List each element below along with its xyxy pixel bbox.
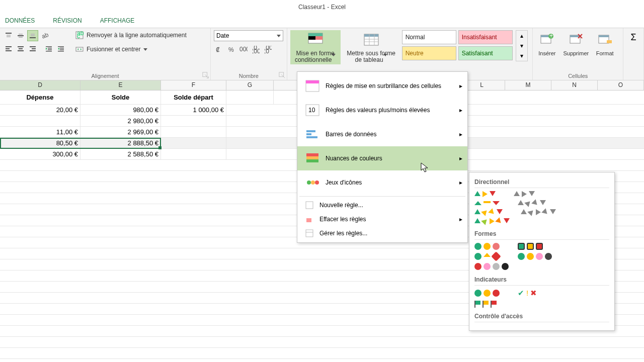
svg-rect-32: [76, 47, 83, 51]
svg-rect-3: [19, 34, 23, 35]
cf-highlight-rules[interactable]: Règles de mise en surbrillance des cellu…: [297, 74, 467, 98]
autosum-button[interactable]: Σ: [626, 30, 640, 44]
cf-new-rule[interactable]: Nouvelle règle...: [297, 198, 467, 212]
cell-style-neutral[interactable]: Neutre: [402, 46, 456, 60]
svg-point-75: [315, 180, 319, 185]
conditional-formatting-button[interactable]: Mise en formeconditionnelle: [290, 30, 341, 64]
svg-rect-10: [6, 46, 12, 47]
chevron-right-icon: ▸: [459, 155, 462, 162]
percent-format-button[interactable]: %: [226, 44, 237, 55]
increase-decimal-button[interactable]: ,0,00: [250, 44, 261, 55]
iconset-3symbols-uncircled[interactable]: ✔!✖: [518, 289, 537, 298]
valign-middle-button[interactable]: [15, 30, 26, 41]
orientation-button[interactable]: ab: [39, 30, 50, 41]
iconset-4arrows-gray[interactable]: [518, 200, 546, 206]
svg-rect-76: [306, 202, 313, 209]
svg-rect-0: [6, 33, 12, 34]
dialog-launcher-icon[interactable]: [279, 72, 286, 79]
delete-cells-button[interactable]: Supprimer: [561, 30, 591, 58]
format-cells-button[interactable]: Format: [594, 30, 616, 58]
halign-left-button[interactable]: [3, 43, 14, 54]
styles-scroll-down[interactable]: ▾: [516, 41, 527, 51]
svg-rect-62: [607, 40, 612, 43]
iconset-3signs[interactable]: [474, 253, 500, 260]
chevron-down-icon: [143, 48, 147, 51]
dialog-launcher-icon[interactable]: [202, 72, 209, 79]
svg-marker-23: [46, 48, 47, 50]
iconset-5arrows-colored[interactable]: [474, 218, 510, 224]
chevron-down-icon: [277, 35, 281, 37]
cf-manage-rules[interactable]: Gérer les règles...: [297, 226, 467, 240]
iconset-3symbols-circled[interactable]: [474, 290, 500, 297]
valign-top-button[interactable]: [3, 30, 14, 41]
svg-rect-20: [48, 48, 52, 49]
format-as-table-button[interactable]: Mettre sous formede tableau: [344, 30, 399, 64]
col-header-F[interactable]: F: [161, 80, 226, 90]
chevron-right-icon: ▸: [459, 179, 462, 186]
indent-decrease-button[interactable]: [43, 43, 54, 54]
col-header-N[interactable]: N: [551, 80, 598, 90]
col-header-D[interactable]: D: [0, 80, 80, 90]
svg-marker-34: [80, 48, 82, 50]
svg-rect-22: [46, 51, 52, 52]
accounting-format-button[interactable]: ₡: [214, 44, 225, 55]
decrease-decimal-button[interactable]: ,00,0: [262, 44, 273, 55]
cf-clear-rules[interactable]: Effacer les règles ▸: [297, 212, 467, 226]
col-header-O[interactable]: O: [598, 80, 644, 90]
iconset-3flags[interactable]: [474, 301, 497, 307]
halign-center-button[interactable]: [15, 43, 26, 54]
iconset-3arrows-gray[interactable]: [514, 191, 535, 197]
ribbon-group-cells: + Insérer Supprimer Format Cellules: [533, 28, 623, 80]
chevron-down-icon: [332, 54, 336, 63]
styles-scroll-up[interactable]: ▴: [516, 31, 527, 41]
styles-more[interactable]: ▾: [516, 51, 527, 61]
cf-icon-sets[interactable]: Jeux d'icônes ▸: [297, 170, 467, 195]
cf-data-bars[interactable]: Barres de données ▸: [297, 122, 467, 146]
svg-text:%: %: [228, 46, 234, 53]
insert-cells-button[interactable]: + Insérer: [536, 30, 558, 58]
thousands-format-button[interactable]: 000: [238, 44, 249, 55]
svg-rect-64: [306, 80, 319, 83]
iconset-3triangles[interactable]: [474, 201, 500, 205]
ribbon-group-number: Date ₡ % 000 ,0,00 ,00,0 Nombre: [211, 28, 287, 80]
col-header-M[interactable]: M: [505, 80, 551, 90]
iconset-5arrows-gray[interactable]: [521, 209, 556, 215]
svg-rect-70: [306, 153, 318, 156]
iconset-3arrows-colored[interactable]: [474, 191, 496, 197]
col-header-E[interactable]: E: [80, 80, 161, 90]
svg-rect-5: [19, 37, 23, 38]
cf-color-scales[interactable]: Nuances de couleurs ▸: [297, 146, 467, 170]
valign-bottom-button[interactable]: [27, 30, 38, 41]
svg-point-73: [307, 180, 311, 185]
svg-rect-19: [46, 46, 52, 47]
iconset-4arrows-colored[interactable]: [474, 209, 503, 215]
svg-rect-6: [31, 34, 35, 35]
svg-rect-46: [308, 36, 315, 40]
svg-text:,0: ,0: [264, 48, 269, 54]
cell-style-bad[interactable]: Insatisfaisant: [458, 30, 513, 44]
iconset-3trafficlights[interactable]: [474, 243, 500, 250]
iconset-redtoblack[interactable]: [474, 263, 509, 270]
iconset-3trafficlights-rimmed[interactable]: [518, 243, 543, 250]
col-header-G[interactable]: G: [226, 80, 274, 90]
svg-marker-33: [77, 48, 78, 50]
tab-affichage[interactable]: AFFICHAGE: [98, 14, 137, 28]
number-format-select[interactable]: Date: [214, 30, 283, 41]
halign-right-button[interactable]: [27, 43, 38, 54]
merge-center-button[interactable]: Fusionner et centrer: [72, 44, 190, 54]
indent-increase-button[interactable]: [55, 43, 66, 54]
cf-top-bottom-rules[interactable]: 10 Règles des valeurs plus/moins élevées…: [297, 98, 467, 122]
svg-rect-13: [18, 46, 24, 47]
svg-rect-18: [30, 50, 36, 51]
svg-rect-26: [60, 49, 64, 50]
iconset-4trafficlights[interactable]: [518, 253, 552, 260]
tab-donnees[interactable]: DONNÉES: [3, 14, 37, 28]
cell-style-good[interactable]: Satisfaisant: [458, 46, 513, 60]
chevron-right-icon: ▸: [459, 216, 462, 223]
svg-rect-21: [48, 49, 52, 50]
gallery-section-directional: Directionnel: [474, 175, 609, 188]
conditional-formatting-menu: Règles de mise en surbrillance des cellu…: [297, 71, 468, 243]
tab-revision[interactable]: RÉVISION: [51, 14, 84, 28]
wrap-text-button[interactable]: abc Renvoyer à la ligne automatiquement: [72, 30, 190, 40]
cell-style-normal[interactable]: Normal: [402, 30, 456, 44]
